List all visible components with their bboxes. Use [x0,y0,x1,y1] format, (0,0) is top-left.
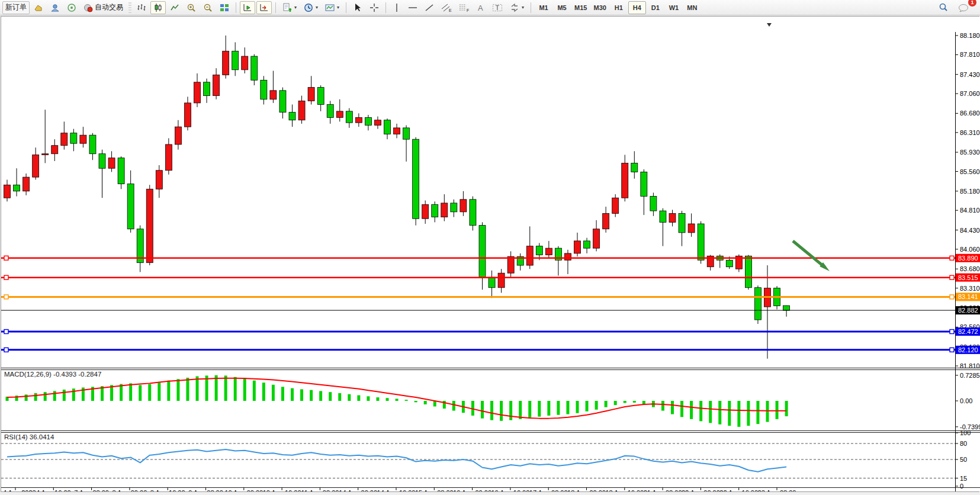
candle[interactable] [194,82,201,103]
candle[interactable] [23,177,30,191]
candle[interactable] [52,146,58,154]
candle[interactable] [413,139,419,218]
candle[interactable] [451,203,457,212]
candle[interactable] [489,277,495,288]
candle[interactable] [298,101,305,120]
vertical-line-button[interactable] [390,1,404,14]
candle[interactable] [374,120,381,126]
horizontal-line-button[interactable] [405,1,420,14]
hline-handle[interactable] [950,275,954,279]
hline-handle[interactable] [950,330,954,334]
candle[interactable] [289,112,295,120]
timeframe-H4[interactable]: H4 [628,1,646,14]
candle[interactable] [603,213,609,229]
candle[interactable] [745,256,751,287]
candle[interactable] [346,111,352,123]
equidistant-channel-button[interactable]: E [438,1,455,14]
candle[interactable] [432,205,438,217]
hline-handle[interactable] [4,275,8,279]
candle[interactable] [669,213,676,222]
timeframe-M5[interactable]: M5 [553,1,571,14]
candle[interactable] [641,172,647,196]
candle[interactable] [479,226,486,278]
new-order-button[interactable]: 新订单 [2,1,30,14]
candle[interactable] [242,56,248,70]
candle[interactable] [308,88,314,101]
candle[interactable] [470,200,476,226]
candle[interactable] [612,198,619,213]
candle[interactable] [42,154,49,155]
candle[interactable] [336,111,343,118]
autotrade-button[interactable]: 自动交易 [81,1,126,14]
auto-scroll-button[interactable] [256,1,272,14]
candle[interactable] [279,91,286,112]
line-chart-button[interactable] [167,1,182,14]
candle[interactable] [261,80,267,99]
chart-canvas[interactable]: MACD(12,26,9) -0.4393 -0.2847RSI(14) 36.… [1,17,980,491]
chart-shift-button[interactable] [240,1,255,14]
candle[interactable] [679,213,685,232]
hline-handle[interactable] [4,348,8,352]
text-button[interactable]: A [474,1,488,14]
candle[interactable] [460,200,467,212]
candle[interactable] [584,241,590,248]
new-chart-icon[interactable] [31,1,46,14]
candle[interactable] [61,133,68,146]
zoom-out-button[interactable] [200,1,216,14]
candle[interactable] [593,229,600,248]
bar-chart-button[interactable] [134,1,149,14]
candle[interactable] [70,133,77,144]
template-button[interactable]: ▾ [322,1,342,14]
candle[interactable] [232,51,239,70]
candle[interactable] [536,246,542,255]
candle[interactable] [783,306,790,310]
add-indicator-button[interactable]: ▾ [279,1,300,14]
candle[interactable] [4,185,11,198]
signals-button[interactable] [64,1,79,14]
candle[interactable] [441,203,448,217]
candle[interactable] [564,253,571,260]
candle[interactable] [422,205,429,219]
candle[interactable] [688,224,695,233]
tile-windows-button[interactable] [217,1,232,14]
hline-handle[interactable] [950,256,954,260]
hline-handle[interactable] [4,330,8,334]
candle[interactable] [146,189,153,262]
candle[interactable] [270,91,277,99]
candle[interactable] [175,127,181,144]
candle[interactable] [127,184,134,229]
zoom-in-button[interactable] [184,1,199,14]
timeframe-M1[interactable]: M1 [535,1,552,14]
candle[interactable] [622,163,628,198]
candle[interactable] [726,260,732,266]
chart-window[interactable]: ▼ UKOil-,H4 82.974 82.976 82.760 82.882 … [1,16,979,492]
candle[interactable] [545,248,552,255]
candle[interactable] [355,117,362,123]
candle[interactable] [118,158,124,184]
candle[interactable] [213,75,220,96]
timeframe-MN[interactable]: MN [683,1,701,14]
fibonacci-button[interactable]: F [456,1,473,14]
candle[interactable] [156,171,162,189]
candle[interactable] [631,163,638,172]
candle[interactable] [80,135,86,143]
hline-handle[interactable] [4,256,8,260]
hline-handle[interactable] [950,348,954,352]
period-button[interactable]: ▾ [301,1,321,14]
candle[interactable] [327,105,333,118]
candle[interactable] [165,144,172,171]
candlestick-chart-button[interactable] [150,1,166,14]
candle[interactable] [89,135,96,154]
notifications-button[interactable]: 1 [955,1,973,14]
candle[interactable] [251,56,258,80]
timeframe-D1[interactable]: D1 [647,1,664,14]
hline-handle[interactable] [950,295,954,299]
crosshair-button[interactable] [367,1,382,14]
candle[interactable] [403,128,410,139]
candle[interactable] [14,185,20,191]
candle[interactable] [698,224,704,260]
hline-handle[interactable] [4,295,8,299]
candle[interactable] [99,154,105,169]
candle[interactable] [394,128,400,134]
candle[interactable] [384,120,391,134]
